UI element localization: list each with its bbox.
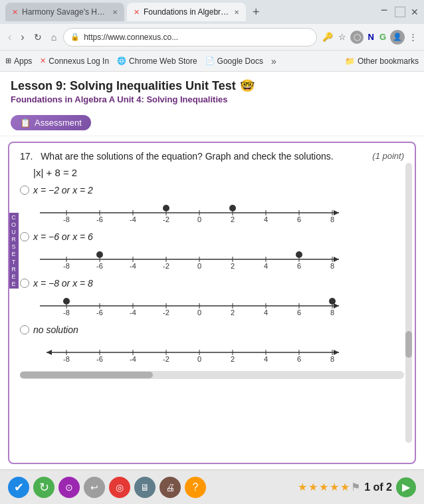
menu-icon[interactable]: ⋮ [407, 31, 419, 43]
check-button[interactable]: ✔ [8, 477, 29, 498]
profile-icon[interactable]: 👤 [390, 30, 405, 45]
svg-text:4: 4 [264, 215, 268, 223]
help-button[interactable]: ? [185, 477, 206, 498]
bottom-toolbar: ✔ ↻ ⊙ ↩ ◎ 🖥 🖨 ? ★ ★ ★ ★ ★ ⚑ 1 of 2 ▶ [0, 469, 424, 504]
svg-marker-23 [334, 257, 339, 262]
tab2-label: Foundations in Algebra A... [144, 7, 230, 17]
connexus-icon: ✕ [40, 57, 46, 65]
home-button[interactable]: ⌂ [49, 31, 59, 44]
question-header: 17. What are the solutions of the equati… [20, 151, 404, 162]
option-2: x = −6 or x = 6 -8 -6 [20, 231, 404, 271]
option-1: x = −2 or x = 2 -8 [20, 185, 404, 225]
lesson-header: Lesson 9: Solving Inequalities Unit Test… [0, 72, 424, 136]
extensions-icon: ◯ [350, 31, 364, 44]
tab-2[interactable]: ✕ Foundations in Algebra A... ✕ [127, 3, 246, 21]
flag-icon: ⚑ [351, 481, 360, 493]
toolbar-left: ✔ ↻ ⊙ ↩ ◎ 🖥 🖨 ? [8, 477, 206, 498]
minimize-button[interactable]: − [379, 7, 389, 17]
other-bookmarks[interactable]: 📁 Other bookmarks [345, 57, 419, 66]
tab-1[interactable]: ✕ Harmony Savage's Home ✕ [5, 3, 124, 21]
svg-text:2: 2 [231, 215, 235, 223]
vertical-scrollbar-thumb [405, 331, 412, 358]
horizontal-scrollbar[interactable] [20, 371, 404, 379]
nav-icons: 🔑 ☆ ◯ N G 👤 ⋮ [321, 30, 419, 45]
star-5: ★ [340, 481, 350, 493]
svg-text:6: 6 [297, 309, 301, 316]
nav-compass-button[interactable]: ⊙ [58, 477, 80, 498]
side-tabs: C O U R S E T R E E [9, 213, 19, 289]
bookmark-connexus[interactable]: ✕ Connexus Log In [40, 57, 109, 66]
bookmark-chromewebstore-label: Chrome Web Store [129, 57, 197, 66]
lesson-title: Lesson 9: Solving Inequalities Unit Test… [11, 78, 413, 93]
svg-text:0: 0 [197, 355, 201, 363]
option-4-text: no solution [33, 324, 78, 335]
star-icon[interactable]: ☆ [337, 31, 348, 43]
svg-text:-2: -2 [163, 262, 169, 270]
monitor-button[interactable]: 🖥 [134, 477, 156, 498]
tab2-close[interactable]: ✕ [234, 9, 239, 16]
question-area: C O U R S E T R E E [0, 136, 424, 469]
svg-point-20 [163, 205, 169, 211]
title-bar: ✕ Harmony Savage's Home ✕ ✕ Foundations … [0, 0, 424, 24]
question-number-text: 17. What are the solutions of the equati… [20, 151, 334, 162]
svg-text:-2: -2 [163, 309, 169, 316]
svg-point-43 [296, 251, 302, 258]
option-3-radio[interactable] [20, 279, 29, 288]
nav-bar: ‹ › ↻ ⌂ 🔒 https://www.connexus.co... 🔑 ☆… [0, 24, 424, 51]
option-4-radio-row: no solution [20, 324, 404, 335]
horizontal-scrollbar-thumb [20, 372, 153, 378]
target-button[interactable]: ◎ [109, 477, 130, 498]
window-controls: − ✕ [379, 7, 419, 17]
exit-button[interactable]: ↩ [84, 477, 105, 498]
more-bookmarks-button[interactable]: » [271, 56, 276, 66]
option-2-text: x = −6 or x = 6 [33, 231, 93, 242]
option-3-number-line: -8 -6 -4 -2 0 2 [33, 291, 404, 318]
print-button[interactable]: 🖨 [159, 477, 181, 498]
bookmark-googledocs[interactable]: 📄 Google Docs [205, 57, 263, 66]
point-value: (1 point) [372, 151, 404, 161]
equation: |x| + 8 = 2 [33, 167, 404, 178]
close-button[interactable]: ✕ [411, 7, 419, 17]
googledocs-icon: 📄 [205, 57, 215, 65]
key-icon: 🔑 [321, 31, 334, 43]
browser-frame: ✕ Harmony Savage's Home ✕ ✕ Foundations … [0, 0, 424, 504]
svg-text:-6: -6 [96, 215, 103, 223]
bookmark-apps[interactable]: ⊞ Apps [5, 57, 32, 66]
svg-text:2: 2 [231, 309, 235, 316]
svg-text:2: 2 [231, 355, 235, 363]
svg-text:0: 0 [197, 262, 201, 270]
tab1-close[interactable]: ✕ [112, 9, 118, 16]
option-2-number-line: -8 -6 -4 -2 0 2 [33, 245, 404, 271]
address-bar[interactable]: 🔒 https://www.connexus.co... [63, 28, 317, 47]
option-1-radio[interactable] [20, 186, 29, 195]
bookmark-chromewebstore[interactable]: 🌐 Chrome Web Store [117, 57, 197, 66]
svg-text:-8: -8 [63, 215, 70, 223]
forward-button[interactable]: › [18, 30, 27, 45]
bookmark-connexus-label: Connexus Log In [49, 57, 109, 66]
lesson-subtitle: Foundations in Algebra A Unit 4: Solving… [11, 94, 413, 104]
svg-text:-8: -8 [63, 355, 70, 363]
maximize-button[interactable] [395, 7, 405, 17]
refresh-button[interactable]: ↻ [33, 477, 54, 498]
back-button[interactable]: ‹ [5, 30, 14, 45]
option-4-radio[interactable] [20, 325, 29, 334]
svg-text:6: 6 [297, 262, 301, 270]
option-2-radio[interactable] [20, 232, 29, 241]
course-tree-tab[interactable]: C O U R S E T R E E [9, 213, 19, 289]
reload-button[interactable]: ↻ [31, 31, 45, 44]
svg-text:-4: -4 [130, 262, 136, 270]
svg-text:-8: -8 [63, 262, 70, 270]
svg-marker-1 [334, 210, 339, 215]
next-page-button[interactable]: ▶ [396, 477, 416, 497]
new-tab-button[interactable]: + [249, 5, 264, 19]
tab1-label: Harmony Savage's Home [22, 7, 108, 17]
option-1-text: x = −2 or x = 2 [33, 185, 93, 195]
star-1: ★ [298, 481, 307, 493]
star-2: ★ [308, 481, 318, 493]
svg-text:4: 4 [264, 262, 268, 270]
g-icon: G [378, 31, 387, 43]
svg-text:6: 6 [297, 355, 301, 363]
star-4: ★ [330, 481, 339, 493]
svg-text:-2: -2 [163, 215, 169, 223]
vertical-scrollbar[interactable] [405, 163, 412, 443]
